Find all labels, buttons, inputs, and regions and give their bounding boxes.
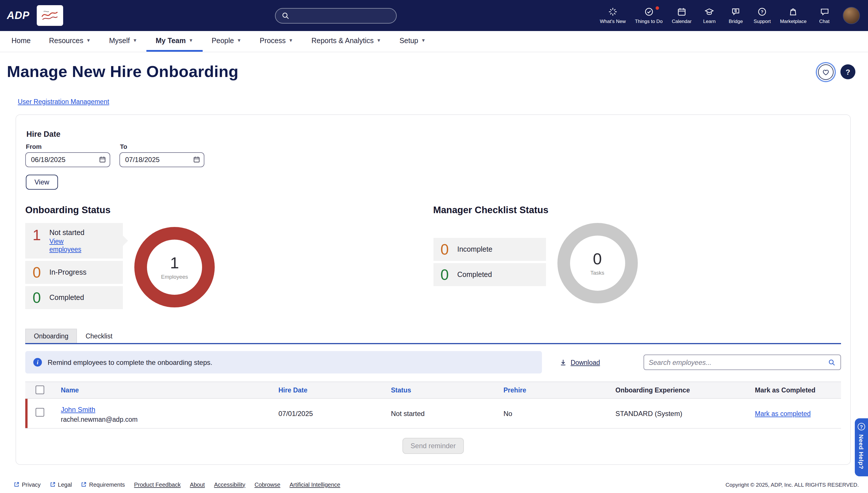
things-to-do-button[interactable]: Things to Do <box>631 5 666 26</box>
page-title: Manage New Hire Onboarding <box>7 63 238 81</box>
marketplace-button[interactable]: Marketplace <box>776 5 810 26</box>
footer-link-privacy[interactable]: Privacy <box>14 481 41 488</box>
learn-label: Learn <box>703 18 716 24</box>
footer-link-label: Requirements <box>89 481 125 488</box>
legend-completed: 0 Completed <box>25 286 123 309</box>
adp-logo: ADP <box>7 9 29 22</box>
nav-item-myself[interactable]: Myself ▼ <box>100 31 146 52</box>
nav-item-my-team[interactable]: My Team ▼ <box>146 31 202 52</box>
notice-text: Remind employees to complete the onboard… <box>48 358 212 366</box>
nav-label: My Team <box>156 37 186 45</box>
heart-icon <box>822 67 830 76</box>
calendar-button[interactable]: Calendar <box>668 5 695 26</box>
download-button[interactable]: Download <box>559 358 600 366</box>
select-all-checkbox[interactable] <box>36 385 44 394</box>
user-registration-link[interactable]: User Registration Management <box>18 98 109 105</box>
incomplete-label: Incomplete <box>457 245 492 253</box>
footer-link-label: Product Feedback <box>134 481 181 488</box>
footer-link-about[interactable]: About <box>190 481 205 488</box>
footer-link-requirements[interactable]: Requirements <box>81 481 125 488</box>
to-date-field: To <box>119 143 204 167</box>
nav-label: Myself <box>109 37 130 45</box>
nav-item-home[interactable]: Home <box>2 31 40 52</box>
favorite-button[interactable] <box>818 64 833 80</box>
to-date-input[interactable] <box>119 152 204 167</box>
to-label: To <box>120 143 204 150</box>
from-label: From <box>26 143 110 150</box>
bridge-button[interactable]: B Bridge <box>723 5 748 26</box>
footer-link-label: Legal <box>58 481 72 488</box>
quick-icons: What's New Things to Do Calendar <box>596 5 860 26</box>
view-button[interactable]: View <box>26 175 58 190</box>
global-search[interactable] <box>275 8 397 24</box>
nav-item-resources[interactable]: Resources ▼ <box>40 31 100 52</box>
not-started-label: Not started <box>49 229 84 237</box>
chat-label: Chat <box>819 18 829 24</box>
footer-link-accessibility[interactable]: Accessibility <box>214 481 246 488</box>
donut-value: 1 <box>170 255 179 271</box>
toolbar-row: i Remind employees to complete the onboa… <box>25 351 841 373</box>
nav-label: People <box>211 37 234 45</box>
tab-checklist[interactable]: Checklist <box>77 329 121 343</box>
chat-icon <box>820 7 829 17</box>
need-help-tab[interactable]: ? Need Help? <box>855 418 868 476</box>
employee-name-link[interactable]: John Smith <box>61 406 95 414</box>
things-to-do-label: Things to Do <box>635 18 662 24</box>
legend-mgr-completed: 0 Completed <box>433 263 546 286</box>
client-logo-art <box>40 8 60 23</box>
chat-button[interactable]: Chat <box>812 5 837 26</box>
view-employees-link[interactable]: View employees <box>49 237 91 254</box>
footer-link-product-feedback[interactable]: Product Feedback <box>134 481 181 488</box>
legend-incomplete: 0 Incomplete <box>433 238 546 261</box>
nav-item-reports-analytics[interactable]: Reports & Analytics ▼ <box>302 31 390 52</box>
whats-new-button[interactable]: What's New <box>596 5 630 26</box>
help-icon: ? <box>858 423 865 430</box>
reminder-wrap: Send reminder <box>25 438 841 454</box>
onboarding-status-section: Onboarding Status 1 Not started View emp… <box>25 205 433 312</box>
employee-search-input[interactable] <box>649 358 828 366</box>
nav-label: Home <box>12 37 31 45</box>
row-checkbox[interactable] <box>36 408 44 416</box>
chevron-down-icon: ▼ <box>289 38 293 43</box>
column-status[interactable]: Status <box>391 387 503 393</box>
calendar-icon <box>677 7 687 17</box>
footer-link-cobrowse[interactable]: Cobrowse <box>255 481 280 488</box>
user-avatar[interactable] <box>843 7 860 24</box>
calendar-picker-icon[interactable] <box>99 156 106 163</box>
hire-date-heading: Hire Date <box>26 130 841 138</box>
global-search-input[interactable] <box>293 12 390 20</box>
chevron-down-icon: ▼ <box>133 38 137 43</box>
title-actions: ? <box>818 64 855 80</box>
nav-item-setup[interactable]: Setup ▼ <box>390 31 435 52</box>
search-icon[interactable] <box>828 358 836 366</box>
footer-link-artificial-intelligence[interactable]: Artificial Intelligence <box>290 481 340 488</box>
learn-button[interactable]: Learn <box>696 5 722 26</box>
column-onboarding-experience: Onboarding Experience <box>615 387 755 393</box>
name-cell: John Smith rachel.newman@adp.com <box>61 404 278 423</box>
manager-donut-chart: 0 Tasks <box>557 223 638 303</box>
from-date-input[interactable] <box>25 152 110 167</box>
mark-as-completed-link[interactable]: Mark as completed <box>755 410 810 417</box>
experience-cell: STANDARD (System) <box>615 409 755 417</box>
hire-date-cell: 07/01/2025 <box>278 409 391 417</box>
whats-new-icon <box>608 7 618 17</box>
chevron-down-icon: ▼ <box>237 38 242 43</box>
support-button[interactable]: ? Support <box>750 5 775 26</box>
from-date-field: From <box>25 143 110 167</box>
column-hire-date[interactable]: Hire Date <box>278 387 391 393</box>
nav-item-people[interactable]: People ▼ <box>202 31 251 52</box>
support-icon: ? <box>757 7 767 17</box>
nav-label: Resources <box>49 37 84 45</box>
external-link-icon <box>50 481 56 487</box>
page-help-button[interactable]: ? <box>841 64 855 79</box>
footer-link-legal[interactable]: Legal <box>50 481 72 488</box>
status-cell: Not started <box>391 409 503 417</box>
column-prehire[interactable]: Prehire <box>503 387 615 393</box>
nav-item-process[interactable]: Process ▼ <box>251 31 302 52</box>
send-reminder-button[interactable]: Send reminder <box>403 438 463 454</box>
nav-label: Reports & Analytics <box>312 37 374 45</box>
column-name[interactable]: Name <box>61 387 278 393</box>
calendar-picker-icon[interactable] <box>193 156 200 163</box>
employee-search[interactable] <box>643 355 841 370</box>
tab-onboarding[interactable]: Onboarding <box>25 329 77 343</box>
